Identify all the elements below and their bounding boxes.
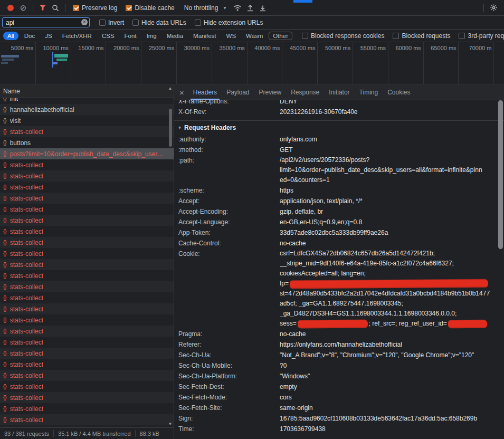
invert-checkbox[interactable]: Invert bbox=[99, 19, 124, 26]
request-row[interactable]: {}stats-collect bbox=[0, 403, 174, 414]
request-name: stats-collect bbox=[10, 195, 43, 202]
timeline-tick-label: 35000 ms bbox=[212, 45, 245, 51]
request-row[interactable]: {}stats-collect bbox=[0, 182, 174, 193]
tab-cookies[interactable]: Cookies bbox=[383, 85, 415, 100]
request-row[interactable]: {}stats-collect bbox=[0, 326, 174, 337]
throttling-select[interactable]: No throttling ▾ bbox=[184, 4, 226, 12]
request-name: stats-collect bbox=[10, 361, 43, 368]
request-row[interactable]: {}stats-collect bbox=[0, 281, 174, 292]
request-row[interactable]: {}stats-collect bbox=[0, 237, 174, 248]
tab-preview[interactable]: Preview bbox=[254, 85, 287, 100]
type-filter-manifest[interactable]: Manifest bbox=[189, 32, 220, 40]
request-row[interactable]: {}stats-collect bbox=[0, 414, 174, 425]
request-row[interactable]: {}stats-collect bbox=[0, 226, 174, 237]
network-toolbar: ⊘ Preserve log Disable cache No throttli… bbox=[0, 0, 504, 16]
request-row[interactable]: {}stats-collect bbox=[0, 193, 174, 204]
request-row[interactable]: {}stats-collect bbox=[0, 215, 174, 226]
timeline-tick-label: 40000 ms bbox=[247, 45, 280, 51]
type-filter-ws[interactable]: WS bbox=[222, 32, 241, 40]
type-filter-other[interactable]: Other bbox=[269, 32, 292, 40]
request-name: stats-collect bbox=[10, 184, 43, 191]
header-value: /api2/v2/users/20572336/posts?limit=10&o… bbox=[280, 155, 500, 185]
scroll-down-icon[interactable]: ▼ bbox=[168, 422, 173, 426]
request-row[interactable]: {}hannahelizabethofficial bbox=[0, 104, 174, 115]
request-row[interactable]: {}stats-collect bbox=[0, 337, 174, 348]
network-conditions-button[interactable] bbox=[231, 2, 244, 14]
headers-panel: X-Frame-Options: DENY X-Of-Rev: 20231226… bbox=[174, 100, 504, 439]
type-filter-font[interactable]: Font bbox=[120, 32, 141, 40]
header-value: 1703636799438 bbox=[280, 424, 500, 434]
details-scrollbar-thumb[interactable] bbox=[498, 100, 503, 249]
status-divider bbox=[53, 430, 54, 437]
header-row: X-Of-Rev: 202312261916-30670fa40e bbox=[174, 107, 504, 117]
type-filter-fetch-xhr[interactable]: Fetch/XHR bbox=[58, 32, 96, 40]
request-row[interactable]: {}stats-collect bbox=[0, 270, 174, 281]
type-filter-css[interactable]: CSS bbox=[98, 32, 119, 40]
checkbox-icon bbox=[195, 20, 201, 26]
hide-extension-urls-checkbox[interactable]: Hide extension URLs bbox=[195, 19, 263, 26]
invert-label: Invert bbox=[108, 19, 124, 26]
redaction-scribble bbox=[290, 280, 488, 288]
request-headers-section[interactable]: ▾ Request Headers bbox=[174, 120, 504, 134]
request-name: stats-collect bbox=[10, 228, 43, 235]
clear-button[interactable]: ⊘ bbox=[17, 2, 30, 14]
request-row[interactable]: {}visit bbox=[0, 115, 174, 126]
tab-initiator[interactable]: Initiator bbox=[324, 85, 354, 100]
request-row[interactable]: {}stats-collect bbox=[0, 292, 174, 303]
request-row[interactable]: {}stats-collect bbox=[0, 370, 174, 381]
third-party-requests-checkbox[interactable]: 3rd-party requests bbox=[459, 32, 504, 40]
request-row[interactable]: {}stats-collect bbox=[0, 303, 174, 314]
request-row[interactable]: {}buttons bbox=[0, 137, 174, 148]
type-filter-all[interactable]: All bbox=[3, 32, 18, 40]
filter-input[interactable] bbox=[2, 17, 90, 27]
request-row[interactable]: {}stats-collect bbox=[0, 392, 174, 403]
header-row: :method:GET bbox=[174, 145, 504, 155]
tab-timing[interactable]: Timing bbox=[355, 85, 383, 100]
blocked-requests-checkbox[interactable]: Blocked requests bbox=[393, 32, 450, 40]
tab-response[interactable]: Response bbox=[286, 85, 324, 100]
preserve-log-checkbox[interactable]: Preserve log bbox=[73, 4, 117, 12]
request-row[interactable]: {}stats-collect bbox=[0, 381, 174, 392]
request-row[interactable]: {}stats-collect bbox=[0, 126, 174, 137]
request-row[interactable]: {}stats-collect bbox=[0, 359, 174, 370]
tab-payload[interactable]: Payload bbox=[222, 85, 254, 100]
request-row[interactable]: {}stats-collect bbox=[0, 348, 174, 359]
json-request-icon: {} bbox=[3, 217, 7, 223]
search-button[interactable] bbox=[49, 2, 62, 14]
json-request-icon: {} bbox=[3, 162, 7, 168]
request-row[interactable]: {}stats-collect bbox=[0, 204, 174, 215]
import-har-button[interactable] bbox=[244, 2, 256, 14]
filter-toggle-button[interactable] bbox=[36, 2, 49, 14]
blocked-response-cookies-checkbox[interactable]: Blocked response cookies bbox=[302, 32, 384, 40]
request-row[interactable]: {}stats-collect bbox=[0, 170, 174, 182]
type-filter-js[interactable]: JS bbox=[41, 32, 56, 40]
header-name: Referer: bbox=[178, 339, 280, 350]
export-har-button[interactable] bbox=[256, 2, 269, 14]
network-overview-timeline[interactable]: 5000 ms10000 ms15000 ms20000 ms25000 ms3… bbox=[0, 42, 504, 84]
type-filter-img[interactable]: Img bbox=[142, 32, 161, 40]
clear-filter-icon[interactable]: × bbox=[81, 19, 88, 25]
name-column-header[interactable]: Name bbox=[0, 85, 174, 98]
throttling-value: No throttling bbox=[184, 4, 218, 12]
type-filter-wasm[interactable]: Wasm bbox=[242, 32, 267, 40]
type-filter-doc[interactable]: Doc bbox=[20, 32, 39, 40]
scrollbar-track[interactable] bbox=[168, 91, 173, 422]
tab-headers[interactable]: Headers bbox=[188, 85, 222, 100]
disable-cache-checkbox[interactable]: Disable cache bbox=[126, 4, 174, 12]
hide-data-urls-checkbox[interactable]: Hide data URLs bbox=[132, 19, 186, 26]
hide-extension-urls-label: Hide extension URLs bbox=[204, 19, 263, 26]
request-row[interactable]: {}stats-collect bbox=[0, 248, 174, 259]
request-row[interactable]: {}posts?limit=10&order=publish_date_desc… bbox=[0, 148, 174, 159]
scroll-up-icon[interactable]: ▲ bbox=[168, 86, 173, 91]
settings-button[interactable] bbox=[487, 2, 500, 14]
request-row[interactable]: {}stats-collect bbox=[0, 159, 174, 170]
request-row[interactable]: {}stats-collect bbox=[0, 259, 174, 270]
header-row: :path:/api2/v2/users/20572336/posts?limi… bbox=[174, 155, 504, 185]
scrollbar-thumb[interactable] bbox=[169, 109, 172, 147]
close-details-button[interactable]: × bbox=[179, 88, 184, 97]
request-row[interactable]: {}init bbox=[0, 98, 174, 104]
type-filter-media[interactable]: Media bbox=[163, 32, 187, 40]
request-row[interactable]: {}stats-collect bbox=[0, 314, 174, 326]
header-name: Sign: bbox=[178, 413, 280, 424]
record-button[interactable] bbox=[4, 2, 17, 14]
